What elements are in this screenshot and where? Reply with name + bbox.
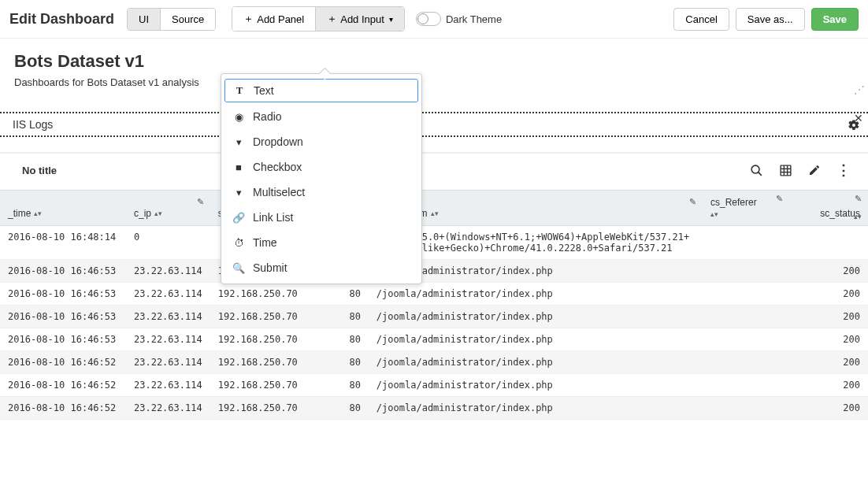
table-row[interactable]: 2016-08-10 16:48:140200Mozilla/5.0+(Wind… — [0, 226, 868, 260]
resize-handle-icon[interactable]: ⋰ — [854, 85, 863, 94]
input-option-dropdown[interactable]: ▾ Dropdown — [221, 129, 421, 154]
cell-sip: 192.168.250.70 — [210, 283, 306, 306]
input-option-label: Checkbox — [253, 161, 302, 173]
cell-cip: 23.22.63.114 — [126, 397, 210, 420]
cell-uri: /joomla/administrator/index.php — [369, 328, 703, 351]
table-row[interactable]: 2016-08-10 16:46:5323.22.63.114192.168.2… — [0, 306, 868, 328]
sort-icon: ▴▾ — [154, 212, 162, 216]
table-row[interactable]: 2016-08-10 16:46:5323.22.63.114192.168.2… — [0, 283, 868, 306]
table-row[interactable]: 2016-08-10 16:46:5223.22.63.114192.168.2… — [0, 374, 868, 397]
svg-line-1 — [759, 172, 762, 175]
checkbox-icon: ■ — [232, 161, 245, 173]
cell-cip: 23.22.63.114 — [126, 374, 210, 397]
input-option-label: Multiselect — [253, 186, 305, 198]
cell-status: 200 — [789, 306, 868, 328]
input-option-label: Submit — [253, 261, 287, 274]
cell-sport: 80 — [306, 328, 369, 351]
input-option-label: Radio — [253, 110, 282, 123]
radio-icon: ◉ — [232, 111, 245, 123]
gear-icon[interactable] — [848, 119, 860, 134]
toggle-thumb — [417, 13, 428, 24]
cell-sip: 192.168.250.70 — [210, 374, 306, 397]
cell-ref — [703, 226, 789, 260]
view-mode-tabs: UI Source — [127, 8, 216, 31]
cell-cip: 0 — [126, 226, 210, 260]
cell-ref — [703, 397, 789, 420]
cell-ref — [703, 260, 789, 283]
dropdown-icon: ▾ — [232, 136, 245, 148]
input-option-submit[interactable]: 🔍 Submit — [221, 255, 421, 280]
edit-dashboard-topbar: Edit Dashboard UI Source ＋Add Panel ＋Add… — [0, 0, 868, 39]
cell-status: 200 — [789, 260, 868, 283]
input-option-label: Link List — [253, 211, 293, 224]
panel-subbar: No title ⋮ — [0, 154, 868, 190]
col-label: cs_Referer — [710, 197, 757, 208]
col-ref[interactable]: cs_Referer ✎ ▴▾ — [703, 191, 789, 226]
cell-ref — [703, 306, 789, 328]
col-status[interactable]: sc_status ✎ ▴▾ — [789, 191, 868, 226]
sort-icon: ▴▾ — [710, 213, 718, 217]
pencil-icon[interactable]: ✎ — [197, 197, 204, 207]
search-icon[interactable] — [750, 164, 763, 177]
input-option-linklist[interactable]: 🔗 Link List — [221, 205, 421, 230]
table-row[interactable]: 2016-08-10 16:46:5323.22.63.114192.168.2… — [0, 328, 868, 351]
input-option-checkbox[interactable]: ■ Checkbox — [221, 154, 421, 180]
col-time[interactable]: _time▴▾ — [0, 191, 126, 226]
cell-uri: /joomla/administrator/index.php — [369, 374, 703, 397]
pencil-icon[interactable]: ✎ — [855, 194, 862, 204]
edit-icon[interactable] — [808, 164, 821, 176]
cell-cip: 23.22.63.114 — [126, 260, 210, 283]
cell-status: 200 — [789, 351, 868, 374]
cell-sport: 80 — [306, 374, 369, 397]
dark-theme-toggle[interactable]: Dark Theme — [416, 12, 502, 26]
input-option-radio[interactable]: ◉ Radio — [221, 104, 421, 129]
input-option-time[interactable]: ⏱ Time — [221, 230, 421, 255]
save-button[interactable]: Save — [811, 8, 859, 31]
pencil-icon[interactable]: ✎ — [689, 197, 696, 207]
iis-logs-table: _time▴▾ c_ip▴▾ ✎ s_ip▴▾ ✎ s_port ✎ ▴▾ cs… — [0, 190, 868, 420]
cell-uri: /joomla/administrator/index.php — [369, 283, 703, 306]
grid-icon[interactable] — [779, 164, 792, 177]
cell-sip: 192.168.250.70 — [210, 397, 306, 420]
cell-time: 2016-08-10 16:46:53 — [0, 328, 126, 351]
add-input-button[interactable]: ＋Add Input — [315, 7, 404, 31]
save-as-button[interactable]: Save as... — [736, 8, 805, 31]
sort-icon: ▴▾ — [854, 215, 862, 219]
cell-sport: 80 — [306, 283, 369, 306]
input-option-text[interactable]: T Text — [224, 79, 418, 102]
add-panel-button[interactable]: ＋Add Panel — [232, 7, 315, 31]
cell-sip: 192.168.250.70 — [210, 328, 306, 351]
cell-status — [789, 226, 868, 260]
sort-icon: ▴▾ — [431, 212, 439, 216]
dashboard-header: Bots Dataset v1 Dashboards for Bots Data… — [0, 39, 868, 98]
dark-theme-label: Dark Theme — [446, 13, 502, 25]
col-cip[interactable]: c_ip▴▾ ✎ — [126, 191, 210, 226]
cell-uri: /joomla/administrator/index.php — [369, 351, 703, 374]
panel-title[interactable]: IIS Logs — [13, 118, 53, 131]
table-row[interactable]: 2016-08-10 16:46:5223.22.63.114192.168.2… — [0, 351, 868, 374]
cell-ref — [703, 374, 789, 397]
input-option-multiselect[interactable]: ▾ Multiselect — [221, 180, 421, 205]
cell-sip: 192.168.250.70 — [210, 306, 306, 328]
table-row[interactable]: 2016-08-10 16:46:5323.22.63.114192.168.2… — [0, 260, 868, 283]
cell-time: 2016-08-10 16:46:52 — [0, 374, 126, 397]
more-icon[interactable]: ⋮ — [836, 161, 851, 179]
cancel-button[interactable]: Cancel — [673, 8, 729, 31]
cell-uri: /joomla/administrator/index.php — [369, 306, 703, 328]
tab-ui[interactable]: UI — [128, 9, 160, 30]
cell-sip: 192.168.250.70 — [210, 351, 306, 374]
table-row[interactable]: 2016-08-10 16:46:5223.22.63.114192.168.2… — [0, 397, 868, 420]
cell-time: 2016-08-10 16:46:53 — [0, 306, 126, 328]
dashboard-title[interactable]: Bots Dataset v1 — [14, 51, 854, 72]
cell-sport: 80 — [306, 397, 369, 420]
add-panel-label: Add Panel — [257, 13, 304, 25]
panel-notitle[interactable]: No title — [22, 165, 57, 176]
add-buttons: ＋Add Panel ＋Add Input — [232, 6, 405, 31]
tab-source[interactable]: Source — [160, 9, 215, 30]
pencil-icon[interactable]: ✎ — [776, 194, 783, 204]
input-option-label: Dropdown — [253, 135, 303, 148]
multiselect-icon: ▾ — [232, 187, 245, 198]
panel-header-bar[interactable]: IIS Logs ✕ — [0, 112, 868, 137]
dashboard-description[interactable]: Dashboards for Bots Dataset v1 analysis — [14, 76, 854, 88]
cell-time: 2016-08-10 16:48:14 — [0, 226, 126, 260]
